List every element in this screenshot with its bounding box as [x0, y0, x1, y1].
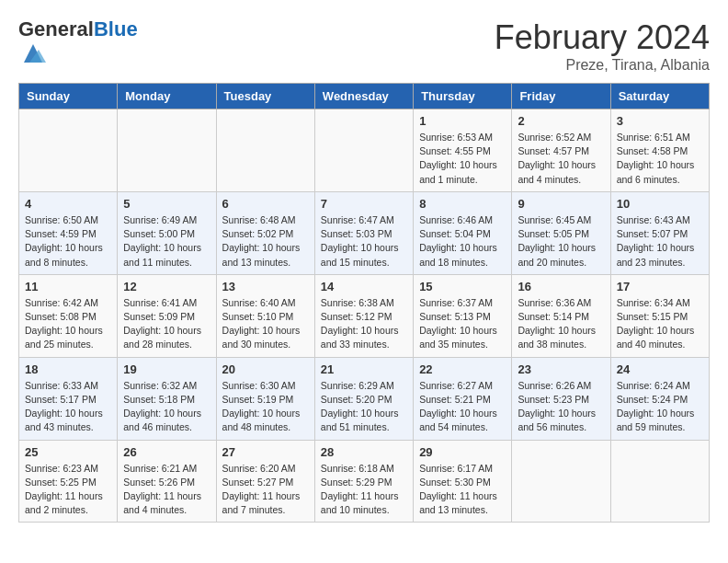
day-number: 4: [25, 197, 111, 211]
day-number: 18: [25, 362, 111, 376]
calendar-week-2: 4Sunrise: 6:50 AM Sunset: 4:59 PM Daylig…: [19, 191, 710, 274]
day-info: Sunrise: 6:36 AM Sunset: 5:14 PM Dayligh…: [518, 296, 604, 352]
day-info: Sunrise: 6:26 AM Sunset: 5:23 PM Dayligh…: [518, 379, 604, 435]
day-number: 3: [617, 114, 703, 128]
calendar-cell: 5Sunrise: 6:49 AM Sunset: 5:00 PM Daylig…: [118, 191, 216, 274]
day-number: 26: [123, 445, 210, 459]
calendar-week-5: 25Sunrise: 6:23 AM Sunset: 5:25 PM Dayli…: [19, 440, 710, 523]
calendar-cell: 29Sunrise: 6:17 AM Sunset: 5:30 PM Dayli…: [414, 440, 512, 523]
day-info: Sunrise: 6:24 AM Sunset: 5:24 PM Dayligh…: [617, 379, 703, 435]
logo: GeneralBlue: [18, 18, 138, 70]
calendar-cell: 19Sunrise: 6:32 AM Sunset: 5:18 PM Dayli…: [118, 357, 216, 440]
calendar-week-4: 18Sunrise: 6:33 AM Sunset: 5:17 PM Dayli…: [19, 357, 710, 440]
calendar-body: 1Sunrise: 6:53 AM Sunset: 4:55 PM Daylig…: [19, 109, 710, 523]
weekday-header-monday: Monday: [118, 84, 216, 109]
day-number: 10: [617, 197, 703, 211]
day-info: Sunrise: 6:46 AM Sunset: 5:04 PM Dayligh…: [419, 213, 506, 270]
day-number: 22: [419, 362, 506, 376]
logo-blue: Blue: [94, 17, 138, 40]
day-number: 8: [419, 197, 506, 211]
calendar-cell: 7Sunrise: 6:47 AM Sunset: 5:03 PM Daylig…: [314, 191, 413, 274]
weekday-header-wednesday: Wednesday: [314, 84, 413, 109]
day-info: Sunrise: 6:40 AM Sunset: 5:10 PM Dayligh…: [222, 296, 309, 352]
calendar-cell: 26Sunrise: 6:21 AM Sunset: 5:26 PM Dayli…: [118, 440, 216, 523]
weekday-header-sunday: Sunday: [19, 84, 118, 109]
calendar-cell: 15Sunrise: 6:37 AM Sunset: 5:13 PM Dayli…: [414, 274, 512, 357]
day-number: 25: [25, 445, 111, 459]
page-header: GeneralBlue February 2024 Preze, Tirana,…: [18, 18, 710, 74]
calendar-cell: 9Sunrise: 6:45 AM Sunset: 5:05 PM Daylig…: [512, 191, 610, 274]
day-number: 20: [222, 362, 309, 376]
day-info: Sunrise: 6:47 AM Sunset: 5:03 PM Dayligh…: [321, 213, 407, 270]
day-number: 9: [518, 197, 604, 211]
day-info: Sunrise: 6:29 AM Sunset: 5:20 PM Dayligh…: [321, 379, 407, 435]
day-number: 23: [518, 362, 604, 376]
calendar-cell: 18Sunrise: 6:33 AM Sunset: 5:17 PM Dayli…: [19, 357, 118, 440]
weekday-header-saturday: Saturday: [610, 84, 709, 109]
day-number: 29: [419, 445, 506, 459]
day-info: Sunrise: 6:50 AM Sunset: 4:59 PM Dayligh…: [25, 213, 111, 270]
day-info: Sunrise: 6:45 AM Sunset: 5:05 PM Dayligh…: [518, 213, 604, 270]
location-subtitle: Preze, Tirana, Albania: [495, 57, 710, 74]
calendar-cell: 8Sunrise: 6:46 AM Sunset: 5:04 PM Daylig…: [414, 191, 512, 274]
day-info: Sunrise: 6:20 AM Sunset: 5:27 PM Dayligh…: [222, 462, 309, 518]
day-info: Sunrise: 6:32 AM Sunset: 5:18 PM Dayligh…: [123, 379, 210, 435]
calendar-cell: 12Sunrise: 6:41 AM Sunset: 5:09 PM Dayli…: [118, 274, 216, 357]
calendar-cell: [216, 109, 314, 192]
title-block: February 2024 Preze, Tirana, Albania: [495, 18, 710, 74]
calendar-cell: 11Sunrise: 6:42 AM Sunset: 5:08 PM Dayli…: [19, 274, 118, 357]
calendar-cell: 2Sunrise: 6:52 AM Sunset: 4:57 PM Daylig…: [512, 109, 610, 192]
calendar-cell: 13Sunrise: 6:40 AM Sunset: 5:10 PM Dayli…: [216, 274, 314, 357]
calendar-cell: 10Sunrise: 6:43 AM Sunset: 5:07 PM Dayli…: [610, 191, 709, 274]
day-number: 27: [222, 445, 309, 459]
calendar-cell: [19, 109, 118, 192]
day-number: 13: [222, 280, 309, 293]
logo-general: General: [18, 17, 94, 40]
day-number: 19: [123, 362, 210, 376]
day-number: 17: [617, 280, 703, 293]
calendar-cell: 23Sunrise: 6:26 AM Sunset: 5:23 PM Dayli…: [512, 357, 610, 440]
day-number: 16: [518, 280, 604, 293]
day-info: Sunrise: 6:23 AM Sunset: 5:25 PM Dayligh…: [25, 462, 111, 518]
calendar-week-1: 1Sunrise: 6:53 AM Sunset: 4:55 PM Daylig…: [19, 109, 710, 192]
day-number: 1: [419, 114, 506, 128]
calendar-cell: 4Sunrise: 6:50 AM Sunset: 4:59 PM Daylig…: [19, 191, 118, 274]
calendar-week-3: 11Sunrise: 6:42 AM Sunset: 5:08 PM Dayli…: [19, 274, 710, 357]
day-info: Sunrise: 6:21 AM Sunset: 5:26 PM Dayligh…: [123, 462, 210, 518]
day-number: 5: [123, 197, 210, 211]
day-info: Sunrise: 6:53 AM Sunset: 4:55 PM Dayligh…: [419, 131, 506, 187]
calendar-cell: 6Sunrise: 6:48 AM Sunset: 5:02 PM Daylig…: [216, 191, 314, 274]
weekday-header-tuesday: Tuesday: [216, 84, 314, 109]
day-number: 24: [617, 362, 703, 376]
calendar-cell: 3Sunrise: 6:51 AM Sunset: 4:58 PM Daylig…: [610, 109, 709, 192]
weekday-header-thursday: Thursday: [414, 84, 512, 109]
day-number: 6: [222, 197, 309, 211]
calendar-cell: 20Sunrise: 6:30 AM Sunset: 5:19 PM Dayli…: [216, 357, 314, 440]
calendar-cell: 22Sunrise: 6:27 AM Sunset: 5:21 PM Dayli…: [414, 357, 512, 440]
calendar-cell: 14Sunrise: 6:38 AM Sunset: 5:12 PM Dayli…: [314, 274, 413, 357]
calendar-cell: 24Sunrise: 6:24 AM Sunset: 5:24 PM Dayli…: [610, 357, 709, 440]
calendar-header-row: SundayMondayTuesdayWednesdayThursdayFrid…: [19, 84, 710, 109]
calendar-cell: [512, 440, 610, 523]
day-info: Sunrise: 6:27 AM Sunset: 5:21 PM Dayligh…: [419, 379, 506, 435]
weekday-header-friday: Friday: [512, 84, 610, 109]
calendar-cell: 28Sunrise: 6:18 AM Sunset: 5:29 PM Dayli…: [314, 440, 413, 523]
calendar-cell: 25Sunrise: 6:23 AM Sunset: 5:25 PM Dayli…: [19, 440, 118, 523]
calendar-cell: 16Sunrise: 6:36 AM Sunset: 5:14 PM Dayli…: [512, 274, 610, 357]
day-info: Sunrise: 6:34 AM Sunset: 5:15 PM Dayligh…: [617, 296, 703, 352]
calendar-cell: 17Sunrise: 6:34 AM Sunset: 5:15 PM Dayli…: [610, 274, 709, 357]
calendar-cell: [118, 109, 216, 192]
day-number: 14: [321, 280, 407, 293]
calendar-table: SundayMondayTuesdayWednesdayThursdayFrid…: [18, 83, 710, 523]
day-number: 7: [321, 197, 407, 211]
day-number: 11: [25, 280, 111, 293]
month-title: February 2024: [495, 18, 710, 57]
day-info: Sunrise: 6:49 AM Sunset: 5:00 PM Dayligh…: [123, 213, 210, 270]
day-info: Sunrise: 6:18 AM Sunset: 5:29 PM Dayligh…: [321, 462, 407, 518]
day-number: 15: [419, 280, 506, 293]
calendar-cell: [314, 109, 413, 192]
calendar-cell: 1Sunrise: 6:53 AM Sunset: 4:55 PM Daylig…: [414, 109, 512, 192]
day-info: Sunrise: 6:48 AM Sunset: 5:02 PM Dayligh…: [222, 213, 309, 270]
day-info: Sunrise: 6:43 AM Sunset: 5:07 PM Dayligh…: [617, 213, 703, 270]
day-number: 12: [123, 280, 210, 293]
